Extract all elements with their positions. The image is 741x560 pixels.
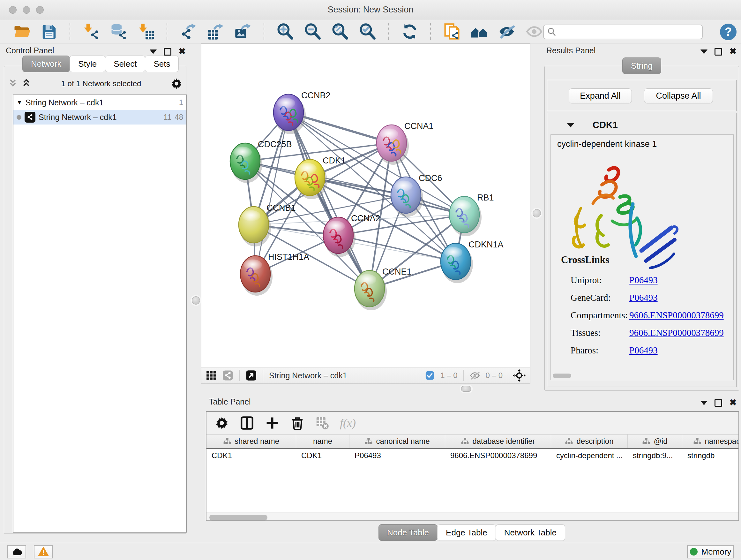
open-session-button[interactable] (13, 23, 30, 41)
create-column-icon[interactable] (265, 416, 279, 430)
node-CCNB2[interactable]: CCNB2 (273, 91, 331, 134)
crosslink-link[interactable]: P06493 (629, 275, 658, 286)
export-image-button[interactable] (234, 23, 252, 41)
expand-all-icon[interactable] (21, 78, 32, 89)
node-CCNA1[interactable]: CCNA1 (377, 121, 434, 165)
table-panel-float-button[interactable] (715, 399, 722, 407)
cdk1-expander-icon[interactable] (567, 123, 575, 127)
cdk1-section: CDK1 cyclin-dependent kinase 1 (547, 113, 737, 387)
zoom-out-button[interactable] (304, 23, 322, 41)
show-graphics-details-button[interactable] (525, 23, 543, 41)
node-CDC25B[interactable]: CDC25B (230, 139, 292, 183)
network-canvas[interactable]: CCNB2 CCNA1 CDC25B CDK1 CDC6 RB1 CCNB1 C… (201, 44, 530, 367)
expand-all-button[interactable]: Expand All (569, 88, 632, 104)
tab-select[interactable]: Select (105, 56, 145, 72)
tab-edge-table[interactable]: Edge Table (437, 524, 496, 541)
zoom-selected-button[interactable] (359, 23, 377, 41)
crosslink-link[interactable]: P06493 (629, 345, 658, 356)
left-splitter-grip[interactable] (192, 296, 200, 305)
export-table-button[interactable] (207, 23, 225, 41)
results-panel-float-button[interactable] (715, 48, 722, 56)
horizontal-splitter-grip[interactable] (461, 386, 471, 392)
column-header-databaseidentifier[interactable]: database identifier (445, 435, 551, 448)
network-row[interactable]: String Network – cdk1 11 48 (13, 110, 186, 125)
import-network-database-button[interactable] (110, 23, 128, 41)
zoom-fit-button[interactable] (331, 23, 349, 41)
crosslink-link[interactable]: 9606.ENSP00000378699 (629, 310, 724, 320)
import-network-file-button[interactable] (82, 23, 100, 41)
detach-view-icon[interactable] (246, 370, 257, 381)
table-cell[interactable]: CDK1 (206, 449, 296, 462)
home-button[interactable] (470, 23, 488, 41)
table-cell[interactable]: stringdb (682, 449, 739, 462)
tab-style[interactable]: Style (70, 56, 105, 72)
tab-string[interactable]: String (622, 57, 661, 74)
table-hscrollbar[interactable] (206, 512, 738, 521)
crosslink-link[interactable]: 9606.ENSP00000378699 (629, 327, 724, 338)
network-node-count: 11 (163, 113, 172, 122)
zoom-in-button[interactable] (276, 23, 294, 41)
warnings-button[interactable] (34, 545, 53, 558)
tab-network-table[interactable]: Network Table (495, 524, 565, 541)
control-panel-menu-button[interactable] (150, 50, 157, 54)
column-header-name[interactable]: name (296, 435, 349, 448)
apply-layout-button[interactable] (401, 23, 419, 41)
crosslink-link[interactable]: P06493 (629, 293, 658, 303)
node-CDK1[interactable]: CDK1 (295, 156, 346, 199)
edge-CCNB2-CCNE1[interactable] (288, 112, 369, 289)
right-splitter-grip[interactable] (533, 209, 541, 217)
column-header-namespace[interactable]: namespace (682, 435, 739, 448)
table-hscrollbar-thumb[interactable] (209, 515, 267, 520)
collapse-all-icon[interactable] (8, 78, 18, 89)
table-cell[interactable]: CDK1 (296, 449, 349, 462)
column-header-sharedname[interactable]: shared name (206, 435, 296, 448)
network-options-gear-icon[interactable] (171, 78, 183, 90)
tab-node-table[interactable]: Node Table (379, 524, 437, 541)
center-selection-icon[interactable] (513, 369, 526, 382)
node-HIST1H1A[interactable]: HIST1H1A (240, 252, 309, 296)
import-table-button[interactable] (137, 23, 155, 41)
collection-count: 1 (179, 98, 183, 107)
results-panel-close-button[interactable]: ✖ (729, 47, 737, 56)
network-overview-icon[interactable] (222, 370, 233, 381)
node-CDKN1A[interactable]: CDKN1A (441, 240, 503, 283)
collapse-all-button[interactable]: Collapse All (644, 88, 713, 104)
hidden-eye-icon[interactable] (470, 370, 480, 381)
node-CCNE1[interactable]: CCNE1 (354, 267, 412, 310)
node-CCNB1[interactable]: CCNB1 (239, 203, 296, 246)
search-input[interactable] (556, 25, 702, 39)
control-panel-close-button[interactable]: ✖ (179, 47, 186, 56)
edge-CCNB2-HIST1H1A[interactable] (255, 112, 288, 274)
delete-column-icon[interactable] (290, 416, 305, 430)
table-panel-close-button[interactable]: ✖ (729, 398, 737, 407)
table-cell[interactable]: cyclin-dependent ... (551, 449, 628, 462)
hide-graphics-details-button[interactable] (498, 23, 516, 41)
control-panel-float-button[interactable] (164, 48, 172, 56)
results-panel-menu-button[interactable] (700, 50, 708, 54)
table-cell[interactable]: P06493 (349, 449, 445, 462)
collection-expander-icon[interactable]: ▼ (17, 99, 22, 106)
table-mode-gear-icon[interactable] (215, 416, 229, 430)
node-RB1[interactable]: RB1 (449, 193, 494, 236)
show-columns-icon[interactable] (240, 416, 254, 430)
node-CDC6[interactable]: CDC6 (391, 173, 442, 217)
table-cell[interactable]: 9606.ENSP00000378699 (445, 449, 551, 462)
help-button[interactable]: ? (720, 23, 737, 40)
network-collection-row[interactable]: ▼ String Network – cdk1 1 (13, 95, 186, 110)
export-network-button[interactable] (179, 23, 197, 41)
column-header-description[interactable]: description (551, 435, 628, 448)
selected-checkbox[interactable] (425, 371, 434, 380)
table-box: f(x) shared namenamecanonical namedataba… (206, 411, 739, 521)
cloud-button[interactable] (7, 545, 26, 558)
tab-sets[interactable]: Sets (145, 56, 179, 72)
save-session-button[interactable] (40, 23, 58, 41)
tab-network[interactable]: Network (22, 56, 70, 72)
clone-network-button[interactable] (443, 23, 461, 41)
table-panel-menu-button[interactable] (700, 401, 708, 405)
results-scrollbar-thumb[interactable] (553, 374, 571, 378)
table-cell[interactable]: stringdb:9... (628, 449, 682, 462)
memory-button[interactable]: Memory (687, 545, 734, 558)
column-header-id[interactable]: @id (628, 435, 682, 448)
grid-view-icon[interactable] (206, 370, 217, 381)
column-header-canonicalname[interactable]: canonical name (349, 435, 445, 448)
